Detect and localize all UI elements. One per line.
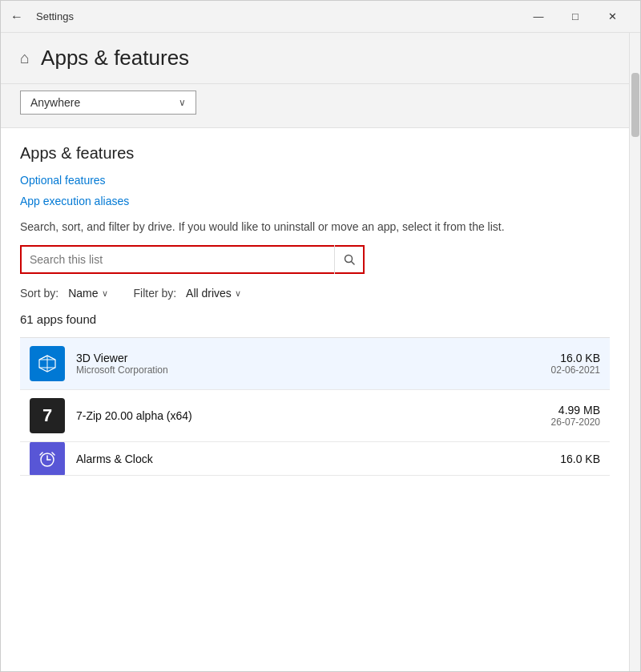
- minimize-button[interactable]: —: [520, 1, 557, 33]
- sort-label: Sort by:: [20, 287, 58, 300]
- sort-value: Name: [68, 287, 98, 300]
- svg-line-1: [351, 262, 354, 265]
- section-title: Apps & features: [20, 144, 610, 163]
- svg-line-12: [52, 453, 54, 455]
- page-title: Apps & features: [41, 46, 189, 70]
- app-meta-7zip: 4.99 MB 26-07-2020: [551, 404, 600, 428]
- filter-chevron-icon: ∨: [235, 288, 241, 299]
- app-meta-3dviewer: 16.0 KB 02-06-2021: [551, 352, 600, 376]
- app-size-alarms: 16.0 KB: [560, 453, 600, 465]
- sort-filter-row: Sort by: Name ∨ Filter by: All drives ∨: [20, 287, 610, 300]
- app-name-3dviewer: 3D Viewer: [76, 352, 540, 364]
- titlebar: ← Settings — □ ✕: [1, 1, 640, 33]
- dropdown-arrow-icon: ∨: [179, 97, 186, 108]
- window-title: Settings: [36, 10, 520, 22]
- app-item-7zip[interactable]: 7 7-Zip 20.00 alpha (x64) 4.99 MB 26-07-…: [20, 390, 610, 442]
- svg-line-7: [47, 356, 55, 360]
- filter-label: Filter by:: [134, 287, 177, 300]
- filter-by-control[interactable]: Filter by: All drives ∨: [134, 287, 241, 300]
- search-box[interactable]: [20, 245, 365, 274]
- search-input[interactable]: [22, 253, 334, 266]
- scrollbar-thumb[interactable]: [631, 73, 639, 137]
- apps-features-section: Apps & features Optional features App ex…: [1, 128, 629, 492]
- app-publisher-3dviewer: Microsoft Corporation: [76, 364, 540, 376]
- app-list: 3D Viewer Microsoft Corporation 16.0 KB …: [20, 337, 610, 476]
- settings-window: ← Settings — □ ✕ ⌂ Apps & features Anywh…: [0, 0, 641, 672]
- app-size-7zip: 4.99 MB: [551, 404, 600, 416]
- window-controls: — □ ✕: [520, 1, 631, 33]
- app-meta-alarms: 16.0 KB: [560, 453, 600, 465]
- back-button[interactable]: ←: [10, 10, 23, 24]
- app-name-alarms: Alarms & Clock: [76, 453, 549, 465]
- app-date-7zip: 26-07-2020: [551, 416, 600, 428]
- home-icon: ⌂: [20, 49, 30, 67]
- description-text: Search, sort, and filter by drive. If yo…: [20, 219, 517, 235]
- content-area: ⌂ Apps & features Anywhere ∨ Apps & feat…: [1, 33, 640, 671]
- page-header: ⌂ Apps & features: [1, 33, 629, 84]
- maximize-button[interactable]: □: [557, 1, 594, 33]
- count-number: 61: [20, 312, 34, 326]
- search-icon: [334, 245, 363, 274]
- main-panel: ⌂ Apps & features Anywhere ∨ Apps & feat…: [1, 33, 629, 671]
- app-execution-aliases-link[interactable]: App execution aliases: [20, 195, 610, 207]
- scrollbar[interactable]: [629, 33, 640, 671]
- app-info-3dviewer: 3D Viewer Microsoft Corporation: [76, 352, 540, 376]
- app-date-3dviewer: 02-06-2021: [551, 364, 600, 376]
- app-size-3dviewer: 16.0 KB: [551, 352, 600, 364]
- dropdown-value: Anywhere: [30, 96, 80, 109]
- filter-value: All drives: [186, 287, 232, 300]
- app-icon-3dviewer: [30, 346, 65, 381]
- filter-bar: Anywhere ∨: [1, 84, 629, 128]
- app-icon-alarms: [30, 442, 65, 476]
- sort-chevron-icon: ∨: [102, 288, 108, 299]
- app-info-7zip: 7-Zip 20.00 alpha (x64): [76, 409, 540, 422]
- sort-by-control[interactable]: Sort by: Name ∨: [20, 287, 108, 300]
- apps-count: 61 apps found: [20, 308, 610, 331]
- anywhere-dropdown[interactable]: Anywhere ∨: [20, 91, 196, 115]
- app-item-alarms[interactable]: Alarms & Clock 16.0 KB: [20, 442, 610, 476]
- svg-line-11: [40, 453, 42, 455]
- app-icon-7zip: 7: [30, 398, 65, 433]
- count-label: apps found: [37, 312, 96, 326]
- close-button[interactable]: ✕: [594, 1, 631, 33]
- optional-features-link[interactable]: Optional features: [20, 174, 610, 187]
- app-item-3dviewer[interactable]: 3D Viewer Microsoft Corporation 16.0 KB …: [20, 338, 610, 390]
- app-info-alarms: Alarms & Clock: [76, 453, 549, 465]
- svg-line-6: [39, 356, 47, 360]
- app-name-7zip: 7-Zip 20.00 alpha (x64): [76, 409, 540, 422]
